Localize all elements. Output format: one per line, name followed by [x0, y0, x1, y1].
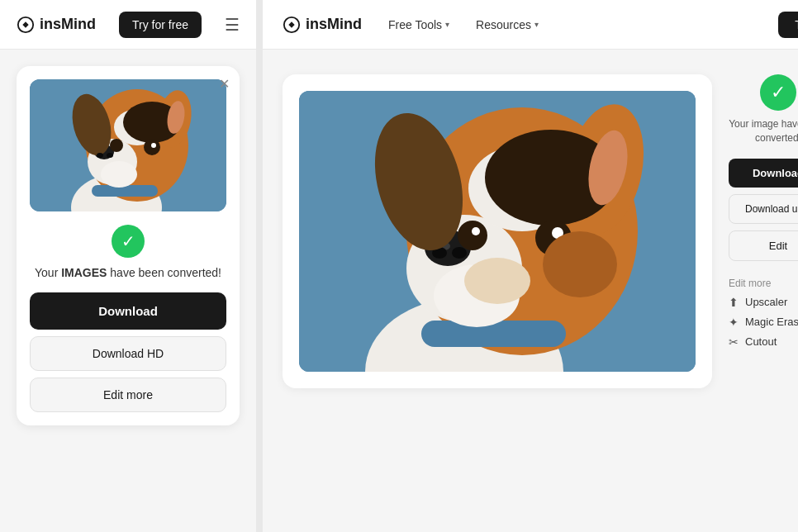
- success-bold-word: IMAGES: [61, 266, 107, 279]
- nav-resources-label: Resources: [476, 18, 531, 31]
- upscaler-icon: ⬆: [729, 296, 739, 309]
- svg-point-16: [101, 161, 137, 188]
- desktop-success-icon: ✓: [760, 74, 796, 111]
- svg-point-14: [110, 139, 123, 152]
- svg-point-17: [97, 153, 103, 158]
- svg-point-36: [472, 227, 480, 235]
- mobile-success-section: ✓ Your IMAGES have been converted!: [30, 211, 226, 286]
- mobile-download-button[interactable]: Download: [30, 292, 226, 330]
- magic-eraser-icon: ✦: [729, 316, 739, 329]
- svg-point-39: [543, 231, 617, 297]
- svg-point-35: [458, 221, 487, 250]
- tool-upscaler[interactable]: ⬆ Upscaler: [729, 296, 798, 309]
- svg-point-27: [452, 247, 467, 259]
- desktop-download-hd-button[interactable]: Download ultra: [729, 194, 798, 224]
- mobile-edit-button[interactable]: Edit more: [30, 378, 226, 412]
- desktop-image-preview: [299, 91, 696, 372]
- svg-point-18: [107, 153, 113, 158]
- left-panel: insMind Try for free ☰ ✕: [0, 0, 256, 532]
- edit-more-label: Edit more: [729, 278, 798, 289]
- upscaler-label: Upscaler: [745, 296, 787, 308]
- desktop-side-panel: ✓ Your image have been converted! Downlo…: [729, 74, 798, 349]
- nav-free-tools-label: Free Tools: [388, 18, 442, 31]
- tool-cutout[interactable]: ✂ Cutout: [729, 335, 798, 349]
- nav-resources[interactable]: Resources ▾: [476, 18, 539, 31]
- hamburger-icon[interactable]: ☰: [225, 15, 240, 35]
- resources-chevron-icon: ▾: [534, 20, 539, 29]
- magic-eraser-label: Magic Eraser: [745, 316, 798, 328]
- mobile-success-text: Your IMAGES have been converted!: [35, 266, 221, 279]
- mobile-try-button[interactable]: Try for free: [119, 12, 202, 38]
- desktop-logo-icon: [283, 16, 301, 34]
- cutout-label: Cutout: [745, 335, 777, 348]
- mobile-action-buttons: Download Download HD Edit more: [30, 292, 226, 412]
- desktop-logo: insMind: [283, 16, 362, 34]
- mobile-download-hd-button[interactable]: Download HD: [30, 336, 226, 371]
- desktop-dog-illustration: [299, 91, 696, 372]
- desktop-success-text: Your image have been converted!: [729, 117, 798, 145]
- desktop-header: insMind Free Tools ▾ Resources ▾ Try: [263, 0, 798, 50]
- desktop-image-card: [283, 74, 712, 388]
- desktop-edit-button[interactable]: Edit: [729, 230, 798, 261]
- close-button[interactable]: ✕: [219, 76, 230, 92]
- mobile-image-preview: [30, 79, 226, 211]
- mobile-header: insMind Try for free ☰: [0, 0, 256, 50]
- success-checkmark-icon: ✓: [112, 225, 145, 258]
- edit-tools-list: ⬆ Upscaler ✦ Magic Eraser ✂ Cutout: [729, 296, 798, 349]
- dog-illustration: [30, 79, 226, 211]
- free-tools-chevron-icon: ▾: [445, 20, 449, 29]
- desktop-try-button[interactable]: Try: [778, 12, 798, 38]
- desktop-content: ✓ Your image have been converted! Downlo…: [263, 50, 798, 532]
- desktop-download-button[interactable]: Download: [729, 159, 798, 188]
- desktop-success-notification: ✓ Your image have been converted!: [729, 74, 798, 145]
- mobile-result-card: ✕: [17, 66, 240, 425]
- panel-divider: [256, 0, 263, 532]
- right-panel: insMind Free Tools ▾ Resources ▾ Try: [263, 0, 798, 532]
- edit-more-section: Edit more ⬆ Upscaler ✦ Magic Eraser ✂ Cu…: [729, 278, 798, 349]
- cutout-icon: ✂: [729, 335, 739, 349]
- nav-free-tools[interactable]: Free Tools ▾: [388, 18, 449, 31]
- mobile-logo-text: insMind: [40, 16, 96, 33]
- logo-icon: [17, 16, 35, 34]
- mobile-logo: insMind: [17, 16, 96, 34]
- svg-point-13: [151, 143, 156, 148]
- tool-magic-eraser[interactable]: ✦ Magic Eraser: [729, 316, 798, 329]
- desktop-side-buttons: Download Download ultra Edit: [729, 159, 798, 261]
- desktop-logo-text: insMind: [306, 16, 362, 33]
- svg-point-40: [464, 258, 530, 304]
